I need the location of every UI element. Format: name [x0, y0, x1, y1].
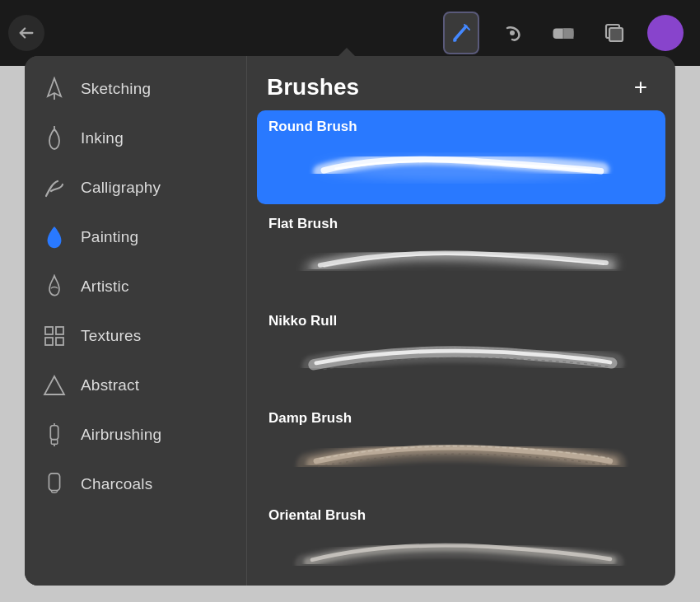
calligraphy-icon: [41, 175, 68, 201]
sidebar-item-textures[interactable]: Textures: [25, 311, 246, 361]
brush-item-damp-brush[interactable]: Damp Brush: [257, 402, 665, 496]
brush-item-nikko-rull[interactable]: Nikko Rull: [257, 305, 665, 399]
round-brush-label: Round Brush: [257, 110, 665, 138]
artistic-label: Artistic: [81, 278, 129, 296]
sidebar-item-artistic[interactable]: Artistic: [25, 262, 246, 311]
svg-rect-9: [45, 327, 53, 334]
eraser-tool-button[interactable]: [545, 12, 581, 54]
svg-rect-11: [45, 338, 53, 345]
artistic-icon: [41, 273, 68, 300]
textures-label: Textures: [81, 327, 141, 345]
brush-icon: [450, 21, 473, 44]
round-brush-preview: [257, 138, 665, 204]
brush-item-round-brush[interactable]: Round Brush: [257, 110, 665, 204]
brush-list-panel: Brushes + Round Brush: [247, 56, 675, 586]
textures-icon: [41, 323, 68, 349]
brushes-title: Brushes: [267, 74, 359, 100]
svg-rect-2: [563, 29, 573, 39]
smudge-icon: [501, 21, 524, 44]
nikko-rull-label: Nikko Rull: [257, 305, 665, 333]
brush-item-flat-brush[interactable]: Flat Brush: [257, 208, 665, 301]
svg-rect-12: [56, 338, 63, 345]
airbrushing-icon: [41, 422, 68, 448]
brushes-header: Brushes +: [247, 56, 675, 110]
smudge-tool-button[interactable]: [494, 12, 530, 54]
arrow-icon: [17, 24, 35, 42]
flat-brush-label: Flat Brush: [257, 208, 665, 236]
sidebar-item-calligraphy[interactable]: Calligraphy: [25, 163, 246, 212]
brushes-panel: Sketching Inking Calligraphy: [25, 56, 675, 586]
charcoals-label: Charcoals: [81, 475, 152, 493]
svg-rect-10: [56, 327, 63, 334]
charcoals-icon: [41, 471, 68, 497]
sidebar-item-airbrushing[interactable]: Airbrushing: [25, 410, 246, 460]
inking-label: Inking: [81, 129, 124, 147]
svg-rect-18: [49, 474, 59, 491]
user-avatar[interactable]: [647, 15, 684, 51]
panel-arrow: [335, 48, 358, 59]
toolbar-right: [443, 12, 684, 54]
damp-brush-label: Damp Brush: [257, 402, 665, 430]
eraser-icon: [552, 21, 575, 44]
brush-list: Round Brush: [247, 110, 675, 586]
sidebar-item-inking[interactable]: Inking: [25, 114, 246, 163]
svg-point-0: [510, 30, 515, 35]
calligraphy-label: Calligraphy: [81, 179, 161, 197]
abstract-label: Abstract: [81, 376, 139, 394]
category-sidebar: Sketching Inking Calligraphy: [25, 56, 247, 586]
painting-label: Painting: [81, 228, 138, 246]
sidebar-item-sketching[interactable]: Sketching: [25, 64, 246, 114]
layers-icon: [603, 21, 626, 44]
layers-tool-button[interactable]: [596, 12, 632, 54]
flat-brush-preview: [257, 236, 665, 301]
back-button[interactable]: [8, 15, 44, 51]
nikko-rull-preview: [257, 333, 665, 399]
brush-item-oriental-brush[interactable]: Oriental Brush: [257, 499, 665, 586]
damp-brush-preview: [257, 430, 665, 496]
svg-rect-5: [609, 28, 623, 41]
sidebar-item-abstract[interactable]: Abstract: [25, 361, 246, 410]
sidebar-item-painting[interactable]: Painting: [25, 212, 246, 262]
add-brush-button[interactable]: +: [626, 72, 656, 102]
sidebar-item-charcoals[interactable]: Charcoals: [25, 460, 246, 509]
oriental-brush-preview: [257, 527, 665, 586]
painting-icon: [41, 224, 68, 250]
abstract-icon: [41, 372, 68, 399]
airbrushing-label: Airbrushing: [81, 426, 161, 444]
sketching-label: Sketching: [81, 80, 151, 98]
brush-tool-button[interactable]: [443, 12, 479, 54]
toolbar-left: [8, 15, 44, 51]
oriental-brush-label: Oriental Brush: [257, 499, 665, 527]
svg-rect-14: [50, 426, 58, 440]
svg-marker-13: [44, 376, 64, 394]
inking-icon: [41, 125, 68, 152]
sketching-icon: [41, 76, 68, 102]
